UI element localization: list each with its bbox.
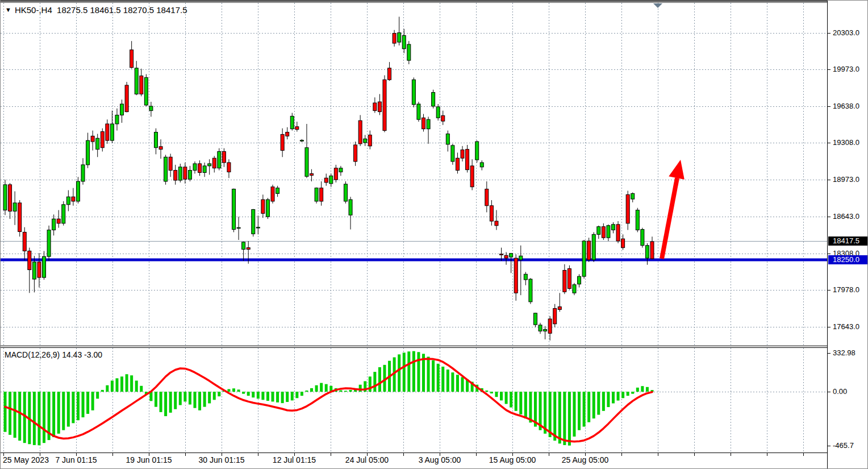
chart-canvas[interactable] <box>1 1 827 469</box>
candle-body-down <box>23 232 26 251</box>
candle-body-down <box>461 150 464 159</box>
macd-histogram-bar <box>189 392 191 405</box>
candle-body-up <box>144 77 148 105</box>
macd-histogram-bar <box>101 390 104 392</box>
candle-body-up <box>412 80 415 105</box>
candle-body-up <box>164 157 168 181</box>
candle-body-down <box>37 262 41 277</box>
macd-histogram-bar <box>291 392 294 400</box>
candle-body-up <box>43 256 46 277</box>
time-axis-label: 25 Aug 05:00 <box>562 455 609 464</box>
macd-histogram-bar <box>140 386 143 392</box>
macd-histogram-bar <box>252 392 254 397</box>
candle-body-up <box>47 230 51 257</box>
macd-histogram-bar <box>126 374 128 392</box>
macd-histogram-bar <box>339 391 342 392</box>
candle-body-up <box>256 227 260 228</box>
candle-body-down <box>324 178 328 182</box>
macd-histogram-bar <box>174 392 177 409</box>
candle-body-down <box>504 255 508 258</box>
candle-body-down <box>28 251 31 269</box>
candle-body-down <box>247 248 250 250</box>
price-axis-label: 17978.0 <box>833 285 859 294</box>
macd-histogram-bar <box>52 392 55 437</box>
macd-histogram-bar <box>617 392 620 401</box>
macd-histogram-bar <box>587 392 590 422</box>
macd-histogram-bar <box>266 392 269 401</box>
candle-body-down <box>548 319 552 333</box>
macd-histogram-bar <box>305 391 308 392</box>
trend-arrow-shaft[interactable] <box>662 178 677 259</box>
candle-body-up <box>329 176 333 184</box>
candle-body-up <box>305 148 308 177</box>
candle-body-up <box>110 124 114 140</box>
candle-body-up <box>300 140 303 141</box>
candle-body-up <box>149 106 153 111</box>
candle-body-down <box>368 135 372 146</box>
candle-body-down <box>227 163 231 172</box>
candle-body-down <box>456 158 459 170</box>
candle-body-down <box>358 121 362 144</box>
axis-tick <box>828 180 831 180</box>
macd-histogram-bar <box>592 392 595 418</box>
macd-histogram-bar <box>602 392 605 411</box>
candle-body-up <box>276 188 279 194</box>
candle-body-up <box>290 116 294 128</box>
trend-arrow-head[interactable] <box>669 160 685 180</box>
macd-histogram-bar <box>203 392 206 407</box>
macd-histogram-bar <box>135 381 138 392</box>
candle-body-up <box>242 242 245 250</box>
candle-body-down <box>169 157 172 170</box>
candle-body-up <box>398 33 401 43</box>
candle-body-down <box>373 103 377 111</box>
candle-body-up <box>432 93 435 106</box>
time-axis-tick <box>112 453 113 456</box>
candle-body-up <box>3 185 7 210</box>
candle-body-up <box>451 146 454 161</box>
macd-histogram-bar <box>641 386 644 392</box>
time-axis-tick <box>731 453 731 456</box>
candle-body-up <box>631 193 635 199</box>
macd-histogram-bar <box>57 392 60 434</box>
time-axis[interactable]: 25 May 20237 Jun 01:1519 Jun 01:1530 Jun… <box>1 453 827 468</box>
macd-histogram-bar <box>500 392 503 400</box>
time-axis-tick <box>767 453 767 456</box>
price-axis-label: 17643.0 <box>833 322 859 331</box>
candle-body-up <box>32 262 36 279</box>
candle-body-down <box>310 173 314 175</box>
candle-body-up <box>510 254 513 257</box>
time-axis-tick <box>476 453 477 456</box>
macd-histogram-bar <box>558 392 561 443</box>
macd-histogram-bar <box>193 392 196 408</box>
macd-histogram-bar <box>349 390 352 392</box>
macd-histogram-bar <box>91 392 94 410</box>
time-axis-label: 12 Jul 01:15 <box>273 455 316 464</box>
macd-histogram-bar <box>563 392 566 445</box>
symbol-dropdown-icon[interactable]: ▼ <box>5 6 11 13</box>
candle-body-down <box>587 241 591 260</box>
candle-body-up <box>641 230 644 246</box>
candle-body-up <box>193 164 197 171</box>
candle-body-up <box>578 276 581 284</box>
candle-body-down <box>485 189 489 206</box>
candle-body-up <box>266 200 269 217</box>
macd-histogram-bar <box>344 391 347 392</box>
chart-title: ▼HK50-,H4 18275.5 18461.5 18270.5 18417.… <box>5 5 187 15</box>
candle-body-up <box>611 225 615 230</box>
macd-histogram-bar <box>33 392 36 445</box>
macd-histogram-bar <box>208 392 211 404</box>
macd-histogram-bar <box>111 381 114 392</box>
macd-histogram-bar <box>261 392 264 400</box>
candle-body-down <box>125 85 128 112</box>
macd-histogram-bar <box>578 392 581 430</box>
macd-histogram-bar <box>456 375 459 392</box>
macd-histogram-bar <box>160 392 162 412</box>
macd-histogram-bar <box>62 392 65 430</box>
candle-body-down <box>261 200 265 213</box>
macd-histogram-bar <box>37 392 40 445</box>
candle-body-up <box>315 188 318 201</box>
candle-body-up <box>446 134 449 144</box>
price-axis[interactable]: 20303.019973.019638.019308.018973.018643… <box>827 1 868 469</box>
axis-tick <box>828 217 831 217</box>
candle-body-down <box>441 115 445 121</box>
